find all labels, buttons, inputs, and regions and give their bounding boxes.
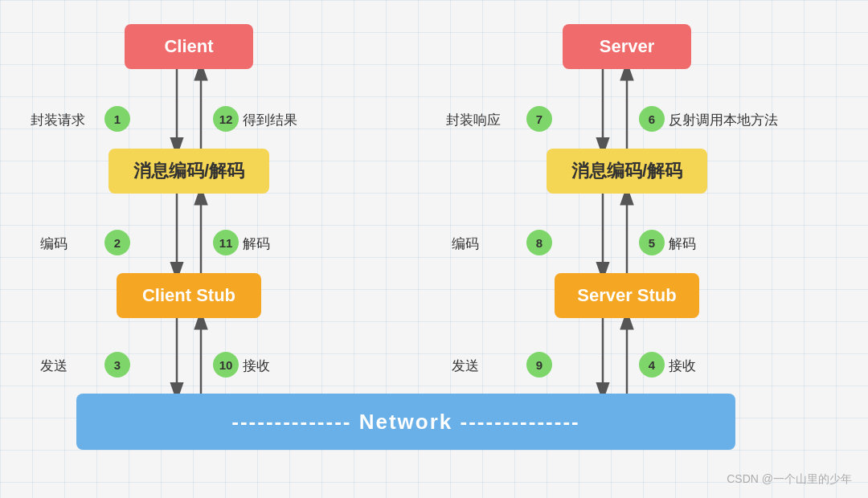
badge-9: 9	[526, 352, 552, 378]
badge-6: 6	[639, 106, 665, 132]
label-5: 解码	[669, 235, 696, 253]
client-stub-label: Client Stub	[142, 285, 235, 306]
badge-5: 5	[639, 230, 665, 255]
watermark: CSDN @一个山里的少年	[727, 472, 852, 487]
label-9: 发送	[452, 357, 479, 375]
badge-3: 3	[104, 352, 130, 378]
label-1: 封装请求	[31, 111, 85, 129]
badge-8: 8	[526, 230, 552, 255]
label-8: 编码	[452, 235, 479, 253]
label-7: 封装响应	[446, 111, 501, 129]
badge-11: 11	[213, 230, 239, 255]
diagram-container: Client Server 消息编码/解码 消息编码/解码 Client Stu…	[0, 0, 868, 498]
badge-12: 12	[213, 106, 239, 132]
badge-2: 2	[104, 230, 130, 255]
label-12: 得到结果	[243, 111, 297, 129]
badge-10: 10	[213, 352, 239, 378]
encode-server-box: 消息编码/解码	[547, 149, 707, 194]
label-2: 编码	[40, 235, 68, 253]
encode-server-label: 消息编码/解码	[571, 159, 682, 183]
label-4: 接收	[669, 357, 696, 375]
label-3: 发送	[40, 357, 68, 375]
network-label: -------------- Network --------------	[231, 410, 579, 435]
label-6: 反射调用本地方法	[669, 111, 778, 129]
server-box: Server	[563, 24, 691, 69]
badge-4: 4	[639, 352, 665, 378]
client-label: Client	[164, 36, 213, 57]
encode-client-label: 消息编码/解码	[133, 159, 244, 183]
encode-client-box: 消息编码/解码	[108, 149, 269, 194]
server-stub-label: Server Stub	[577, 285, 677, 306]
server-stub-box: Server Stub	[555, 273, 699, 318]
badge-1: 1	[104, 106, 130, 132]
network-box: -------------- Network --------------	[76, 394, 735, 450]
label-10: 接收	[243, 357, 270, 375]
label-11: 解码	[243, 235, 270, 253]
client-box: Client	[125, 24, 253, 69]
badge-7: 7	[526, 106, 552, 132]
client-stub-box: Client Stub	[117, 273, 261, 318]
server-label: Server	[600, 36, 655, 57]
